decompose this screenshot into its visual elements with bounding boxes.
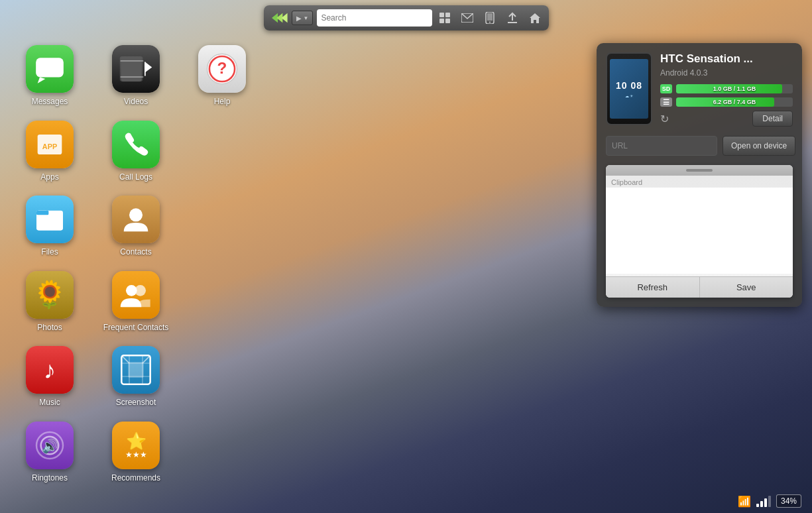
svg-marker-27 bbox=[145, 62, 152, 73]
svg-point-10 bbox=[489, 22, 491, 23]
app-label-freqcontacts: Frequent Contacts bbox=[103, 323, 169, 333]
device-os: Android 4.0.3 bbox=[660, 68, 793, 78]
app-icon-files bbox=[26, 196, 74, 243]
app-item-apps[interactable]: APPApps bbox=[7, 114, 93, 190]
clipboard-panel: Clipboard Refresh Save bbox=[606, 165, 793, 298]
search-wrap[interactable] bbox=[317, 9, 432, 27]
app-item-ringtones[interactable]: 🔊Ringtones bbox=[7, 415, 93, 490]
svg-rect-5 bbox=[439, 19, 444, 23]
app-item-calllogs[interactable]: Call Logs bbox=[93, 114, 179, 190]
svg-rect-18 bbox=[36, 211, 48, 215]
svg-rect-37 bbox=[128, 363, 143, 378]
app-item-help[interactable]: ?Help bbox=[179, 38, 265, 114]
signal-bar-2 bbox=[760, 501, 763, 507]
toolbar: ▶ ▼ bbox=[264, 5, 549, 30]
detail-button[interactable]: Detail bbox=[752, 111, 793, 127]
home-icon-btn[interactable] bbox=[526, 9, 544, 27]
app-grid: MessagesAPPAppsFiles🌻Photos♪Music🔊Ringto… bbox=[7, 38, 265, 490]
toolbar-logo bbox=[269, 11, 288, 25]
wifi-icon: 📶 bbox=[738, 495, 751, 508]
svg-rect-9 bbox=[487, 13, 493, 21]
app-label-calllogs: Call Logs bbox=[119, 172, 152, 183]
svg-rect-24 bbox=[120, 56, 143, 82]
storage-icon-1: SD bbox=[660, 84, 672, 93]
open-device-button[interactable]: Open on device bbox=[723, 136, 795, 156]
app-item-contacts[interactable]: Contacts bbox=[93, 189, 179, 264]
svg-text:⭐: ⭐ bbox=[126, 431, 147, 451]
storage-row-2: ☰ 6.2 GB / 7.4 GB bbox=[660, 97, 793, 107]
app-label-contacts: Contacts bbox=[120, 247, 151, 258]
app-item-messages[interactable]: Messages bbox=[7, 38, 93, 114]
app-item-videos[interactable]: Videos bbox=[93, 38, 179, 114]
app-icon-messages bbox=[26, 45, 74, 93]
play-dropdown-icon: ▼ bbox=[304, 15, 309, 21]
signal-bar-1 bbox=[756, 504, 759, 507]
app-label-messages: Messages bbox=[32, 97, 68, 107]
app-label-ringtones: Ringtones bbox=[32, 473, 68, 484]
app-icon-freqcontacts bbox=[112, 271, 160, 319]
mail-icon-btn[interactable] bbox=[459, 9, 476, 27]
signal-bar-4 bbox=[768, 496, 771, 507]
app-icon-ringtones: 🔊 bbox=[26, 422, 74, 469]
app-icon-calllogs bbox=[112, 121, 160, 168]
url-input[interactable] bbox=[606, 136, 717, 156]
phone-icon-btn[interactable] bbox=[481, 9, 498, 27]
app-icon-apps: APP bbox=[26, 121, 74, 168]
svg-point-29 bbox=[129, 209, 143, 222]
app-label-screenshot: Screenshot bbox=[116, 398, 156, 408]
clipboard-refresh-button[interactable]: Refresh bbox=[606, 276, 700, 298]
device-screen-time: 10 08 bbox=[616, 80, 642, 91]
app-label-music: Music bbox=[39, 398, 60, 408]
app-icon-contacts bbox=[112, 196, 160, 243]
clipboard-footer: Refresh Save bbox=[606, 276, 793, 298]
device-refresh-icon[interactable]: ↻ bbox=[660, 113, 669, 125]
svg-rect-13 bbox=[36, 58, 64, 77]
clipboard-handle-bar bbox=[686, 169, 713, 172]
storage-icon-2: ☰ bbox=[660, 97, 672, 107]
app-label-photos: Photos bbox=[37, 323, 62, 333]
app-label-apps: Apps bbox=[40, 172, 58, 183]
svg-rect-6 bbox=[445, 19, 450, 23]
app-icon-help: ? bbox=[198, 45, 246, 93]
storage-bar-1: 1.0 GB / 1.1 GB bbox=[676, 84, 793, 93]
storage-text-2: 6.2 GB / 7.4 GB bbox=[676, 97, 793, 107]
app-icon-recommends: ⭐★★★ bbox=[112, 422, 160, 469]
device-info: HTC Sensation ... Android 4.0.3 SD 1.0 G… bbox=[660, 52, 793, 127]
play-icon: ▶ bbox=[296, 15, 302, 22]
signal-bars bbox=[756, 496, 771, 507]
storage-text-1: 1.0 GB / 1.1 GB bbox=[676, 84, 793, 93]
app-icon-screenshot bbox=[112, 346, 160, 394]
app-item-recommends[interactable]: ⭐★★★Recommends bbox=[93, 415, 179, 490]
device-footer: ↻ Detail bbox=[660, 111, 793, 127]
app-item-music[interactable]: ♪Music bbox=[7, 339, 93, 415]
upload-icon-btn[interactable] bbox=[504, 9, 521, 27]
storage-bar-2: 6.2 GB / 7.4 GB bbox=[676, 97, 793, 107]
clipboard-save-button[interactable]: Save bbox=[700, 276, 793, 298]
app-item-files[interactable]: Files bbox=[7, 189, 93, 264]
clipboard-label: Clipboard bbox=[606, 176, 793, 188]
grid-icon-btn[interactable] bbox=[436, 9, 453, 27]
app-item-freqcontacts[interactable]: Frequent Contacts bbox=[93, 264, 179, 340]
url-area: Open on device bbox=[606, 136, 793, 156]
app-item-screenshot[interactable]: Screenshot bbox=[93, 339, 179, 415]
svg-marker-12 bbox=[530, 13, 540, 23]
device-name: HTC Sensation ... bbox=[660, 52, 793, 66]
app-label-help: Help bbox=[214, 97, 231, 107]
app-item-photos[interactable]: 🌻Photos bbox=[7, 264, 93, 340]
storage-row-1: SD 1.0 GB / 1.1 GB bbox=[660, 84, 793, 93]
battery-indicator: 34% bbox=[776, 494, 801, 508]
toolbar-icons bbox=[436, 9, 544, 27]
svg-line-38 bbox=[121, 356, 129, 364]
svg-rect-4 bbox=[445, 13, 450, 17]
app-icon-videos bbox=[112, 45, 160, 93]
app-icon-music: ♪ bbox=[26, 346, 74, 394]
app-icon-photos: 🌻 bbox=[26, 271, 74, 319]
svg-text:♪: ♪ bbox=[44, 357, 56, 384]
clipboard-textarea[interactable] bbox=[606, 188, 793, 274]
play-search-btn[interactable]: ▶ ▼ bbox=[292, 11, 314, 25]
svg-point-31 bbox=[135, 285, 146, 296]
svg-text:🔊: 🔊 bbox=[42, 438, 58, 454]
status-bar: 📶 34% bbox=[738, 494, 801, 508]
search-input[interactable] bbox=[321, 13, 428, 23]
svg-line-39 bbox=[143, 356, 150, 364]
